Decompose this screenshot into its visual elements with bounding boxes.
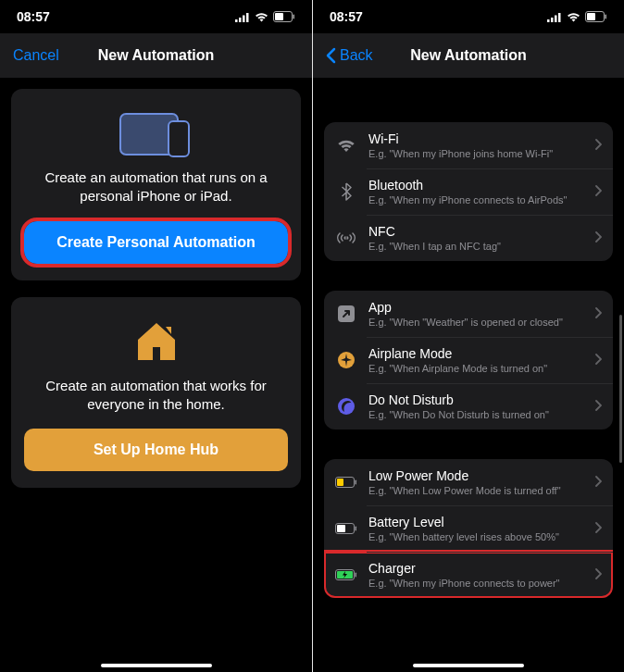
nav-bar: Cancel New Automation bbox=[0, 33, 312, 78]
app-icon bbox=[335, 303, 357, 325]
wifi-icon bbox=[255, 12, 268, 22]
nfc-icon bbox=[335, 227, 357, 249]
svg-rect-5 bbox=[275, 13, 283, 20]
trigger-section-power: Low Power Mode E.g. "When Low Power Mode… bbox=[324, 459, 613, 598]
svg-rect-21 bbox=[356, 480, 357, 485]
svg-rect-27 bbox=[356, 573, 357, 578]
row-sub: E.g. "When Airplane Mode is turned on" bbox=[368, 363, 584, 374]
battery-icon bbox=[585, 11, 607, 22]
svg-rect-14 bbox=[587, 13, 595, 20]
status-time: 08:57 bbox=[17, 9, 50, 24]
trigger-wifi[interactable]: Wi-Fi E.g. "When my iPhone joins home Wi… bbox=[324, 122, 613, 168]
scroll-area[interactable]: Create an automation that runs on a pers… bbox=[0, 78, 312, 672]
svg-rect-10 bbox=[551, 18, 554, 22]
devices-icon bbox=[117, 106, 196, 161]
bluetooth-icon bbox=[335, 180, 357, 203]
svg-rect-12 bbox=[558, 13, 561, 22]
personal-desc: Create an automation that runs on a pers… bbox=[24, 168, 288, 206]
svg-rect-3 bbox=[246, 13, 249, 22]
trigger-battery-level[interactable]: Battery Level E.g. "When battery level r… bbox=[324, 505, 613, 552]
status-time: 08:57 bbox=[330, 9, 363, 24]
row-sub: E.g. "When my iPhone connects to AirPods… bbox=[368, 194, 584, 205]
svg-point-18 bbox=[338, 398, 355, 415]
row-title: Wi-Fi bbox=[368, 131, 584, 146]
status-right bbox=[235, 11, 295, 22]
trigger-charger[interactable]: Charger E.g. "When my iPhone connects to… bbox=[324, 552, 613, 598]
svg-rect-6 bbox=[293, 15, 295, 19]
trigger-dnd[interactable]: Do Not Disturb E.g. "When Do Not Disturb… bbox=[324, 383, 613, 429]
row-title: NFC bbox=[368, 224, 584, 239]
chevron-right-icon bbox=[595, 305, 602, 322]
row-title: Airplane Mode bbox=[368, 346, 584, 361]
home-indicator[interactable] bbox=[101, 664, 212, 667]
status-bar: 08:57 bbox=[0, 0, 312, 33]
svg-rect-24 bbox=[356, 527, 357, 531]
chevron-left-icon bbox=[326, 47, 336, 64]
trigger-nfc[interactable]: NFC E.g. "When I tap an NFC tag" bbox=[324, 215, 613, 261]
row-title: App bbox=[368, 300, 584, 315]
trigger-section-modes: App E.g. "When "Weather" is opened or cl… bbox=[324, 291, 613, 429]
airplane-mode-icon bbox=[335, 349, 357, 371]
chevron-right-icon bbox=[595, 183, 602, 200]
trigger-low-power[interactable]: Low Power Mode E.g. "When Low Power Mode… bbox=[324, 459, 613, 505]
svg-rect-11 bbox=[555, 15, 557, 22]
scroll-indicator[interactable] bbox=[619, 315, 622, 463]
home-icon bbox=[134, 314, 179, 369]
cellular-icon bbox=[547, 12, 562, 22]
svg-rect-23 bbox=[337, 525, 345, 532]
row-sub: E.g. "When Low Power Mode is turned off" bbox=[368, 485, 584, 496]
chevron-right-icon bbox=[595, 566, 602, 583]
battery-level-icon bbox=[335, 517, 357, 540]
row-title: Do Not Disturb bbox=[368, 392, 584, 407]
wifi-icon bbox=[567, 12, 580, 22]
scroll-area[interactable]: Wi-Fi E.g. "When my iPhone joins home Wi… bbox=[313, 78, 624, 672]
svg-rect-0 bbox=[235, 19, 238, 22]
chevron-right-icon bbox=[595, 352, 602, 368]
home-desc: Create an automation that works for ever… bbox=[24, 377, 288, 415]
chevron-right-icon bbox=[595, 474, 602, 491]
phone-right: 08:57 Back New Automation bbox=[312, 0, 624, 672]
cellular-icon bbox=[235, 12, 250, 22]
svg-rect-9 bbox=[547, 19, 550, 22]
cancel-button[interactable]: Cancel bbox=[13, 47, 59, 64]
chevron-right-icon bbox=[595, 137, 602, 154]
svg-rect-1 bbox=[239, 18, 242, 22]
charger-icon bbox=[335, 564, 357, 586]
row-sub: E.g. "When my iPhone connects to power" bbox=[368, 578, 584, 589]
nav-bar: Back New Automation bbox=[313, 33, 624, 78]
svg-rect-15 bbox=[605, 15, 607, 19]
personal-automation-card: Create an automation that runs on a pers… bbox=[11, 89, 301, 280]
battery-icon bbox=[273, 11, 295, 22]
trigger-bluetooth[interactable]: Bluetooth E.g. "When my iPhone connects … bbox=[324, 168, 613, 215]
svg-rect-8 bbox=[168, 121, 189, 156]
svg-rect-20 bbox=[337, 479, 343, 486]
wifi-icon bbox=[335, 134, 357, 156]
row-title: Charger bbox=[368, 561, 584, 576]
trigger-airplane[interactable]: Airplane Mode E.g. "When Airplane Mode i… bbox=[324, 337, 613, 383]
chevron-right-icon bbox=[595, 398, 602, 415]
row-sub: E.g. "When battery level rises above 50%… bbox=[368, 531, 584, 542]
dnd-icon bbox=[335, 395, 357, 417]
status-right bbox=[547, 11, 607, 22]
status-bar: 08:57 bbox=[313, 0, 624, 33]
phone-left: 08:57 Cancel New Automation bbox=[0, 0, 312, 672]
row-sub: E.g. "When my iPhone joins home Wi-Fi" bbox=[368, 148, 584, 159]
trigger-section-connectivity: Wi-Fi E.g. "When my iPhone joins home Wi… bbox=[324, 122, 613, 261]
row-title: Battery Level bbox=[368, 515, 584, 529]
create-personal-automation-button[interactable]: Create Personal Automation bbox=[24, 221, 288, 264]
chevron-right-icon bbox=[595, 230, 602, 246]
svg-rect-2 bbox=[243, 15, 245, 22]
home-automation-card: Create an automation that works for ever… bbox=[11, 297, 301, 489]
back-button[interactable]: Back bbox=[326, 47, 373, 64]
low-power-icon bbox=[335, 471, 357, 493]
row-sub: E.g. "When "Weather" is opened or closed… bbox=[368, 317, 584, 328]
row-title: Low Power Mode bbox=[368, 468, 584, 483]
row-sub: E.g. "When Do Not Disturb is turned on" bbox=[368, 409, 584, 420]
row-sub: E.g. "When I tap an NFC tag" bbox=[368, 241, 584, 252]
chevron-right-icon bbox=[595, 520, 602, 537]
row-title: Bluetooth bbox=[368, 178, 584, 193]
home-indicator[interactable] bbox=[413, 664, 524, 667]
trigger-app[interactable]: App E.g. "When "Weather" is opened or cl… bbox=[324, 291, 613, 337]
setup-home-hub-button[interactable]: Set Up Home Hub bbox=[24, 429, 288, 471]
